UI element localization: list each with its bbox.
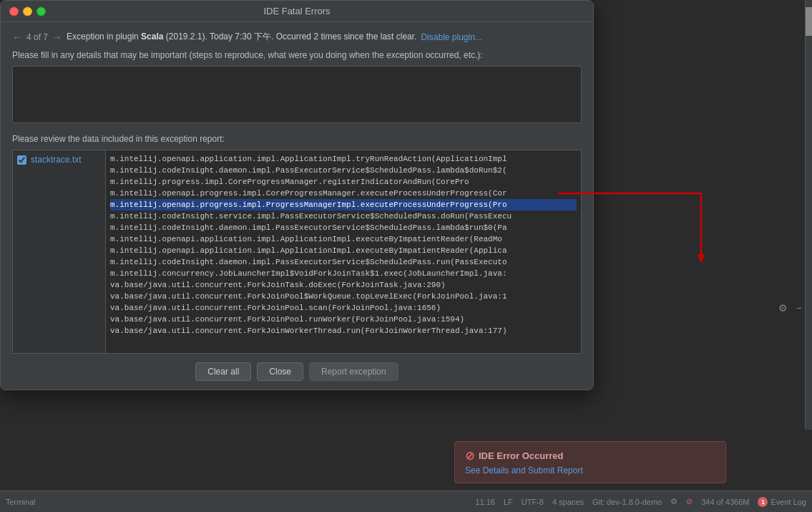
stacktrace-checkbox[interactable] <box>17 155 26 165</box>
stacktrace-line: va.base/java.util.concurrent.ForkJoinPoo… <box>110 291 577 302</box>
stacktrace-line: m.intellij.openapi.application.impl.Appl… <box>110 233 577 245</box>
error-icon: ⊘ <box>465 449 474 463</box>
event-log-label: Event Log <box>771 498 806 506</box>
report-exception-button[interactable]: Report exception <box>309 362 398 381</box>
scrollbar-thumb[interactable] <box>806 7 812 36</box>
stacktrace-line: m.intellij.openapi.application.impl.Appl… <box>110 245 577 256</box>
nav-description: Exception in plugin Scala (2019.2.1). To… <box>67 31 416 43</box>
ide-right-icons: ⚙ − <box>777 301 803 315</box>
stacktrace-line: m.intellij.codeInsight.daemon.impl.PassE… <box>110 256 577 268</box>
error-notification[interactable]: ⊘ IDE Error Occurred See Details and Sub… <box>454 441 726 483</box>
traffic-lights <box>9 6 46 16</box>
ide-fatal-errors-dialog: IDE Fatal Errors ← 4 of 7 → Exception in… <box>0 0 594 390</box>
stacktrace-line: va.base/java.util.concurrent.ForkJoinPoo… <box>110 302 577 314</box>
stacktrace-filename: stacktrace.txt <box>31 155 82 165</box>
event-log-status[interactable]: 1 Event Log <box>758 497 806 507</box>
stacktrace-line: va.base/java.util.concurrent.ForkJoinWor… <box>110 325 577 337</box>
gear-icon[interactable]: ⚙ <box>777 301 789 315</box>
clear-all-button[interactable]: Clear all <box>195 362 251 381</box>
close-dialog-button[interactable]: Close <box>257 362 303 381</box>
prev-arrow[interactable]: ← <box>12 32 22 43</box>
stacktrace-content[interactable]: m.intellij.openapi.application.impl.Appl… <box>105 150 582 354</box>
stacktrace-line: m.intellij.concurrency.JobLauncherImpl$V… <box>110 268 577 279</box>
stacktrace-checkbox-row: stacktrace.txt <box>17 155 101 165</box>
details-textarea[interactable] <box>12 66 582 123</box>
close-button[interactable] <box>9 6 19 16</box>
stacktrace-line: va.base/java.util.concurrent.ForkJoinTas… <box>110 279 577 291</box>
stacktrace-lines: m.intellij.openapi.application.impl.Appl… <box>110 153 577 350</box>
disable-plugin-link[interactable]: Disable plugin... <box>421 32 481 42</box>
maximize-button[interactable] <box>36 6 46 16</box>
minimize-button[interactable] <box>23 6 32 16</box>
error-notif-title: ⊘ IDE Error Occurred <box>465 449 715 463</box>
dialog-content: ← 4 of 7 → Exception in plugin Scala (20… <box>1 22 593 390</box>
bottom-left: Terminal <box>6 498 36 506</box>
indent-status[interactable]: 4 spaces <box>552 498 584 506</box>
section-label: Please review the data included in this … <box>12 134 582 144</box>
stacktrace-line: m.intellij.progress.impl.CoreProgressMan… <box>110 176 577 188</box>
stacktrace-line: m.intellij.codeInsight.daemon.impl.PassE… <box>110 222 577 233</box>
dialog-title: IDE Fatal Errors <box>263 6 330 16</box>
bottom-right: 11:16 LF UTF-8 4 spaces Git: dev-1.8.0-d… <box>475 497 806 507</box>
line-sep-status[interactable]: LF <box>504 498 513 506</box>
minus-icon[interactable]: − <box>795 301 803 315</box>
stacktrace-line: m.intellij.openapi.progress.impl.Progres… <box>110 199 577 211</box>
position-status[interactable]: 11:16 <box>475 498 495 506</box>
navigation-row: ← 4 of 7 → Exception in plugin Scala (20… <box>12 31 582 43</box>
stacktrace-line: m.intellij.codeInsight.daemon.impl.PassE… <box>110 165 577 176</box>
stacktrace-line: m.intellij.openapi.application.impl.Appl… <box>110 153 577 165</box>
stacktrace-line: m.intellij.codeInsight.service.impl.Pass… <box>110 211 577 222</box>
error-status-icon[interactable]: ⊘ <box>686 497 693 506</box>
event-log-badge: 1 <box>758 497 768 507</box>
nav-counter: 4 of 7 <box>26 32 48 42</box>
error-notif-heading: IDE Error Occurred <box>479 450 564 461</box>
terminal-label[interactable]: Terminal <box>6 498 36 506</box>
bottom-bar: Terminal 11:16 LF UTF-8 4 spaces Git: de… <box>0 491 812 512</box>
next-arrow[interactable]: → <box>52 32 62 43</box>
stacktrace-line: m.intellij.openapi.progress.impl.CorePro… <box>110 188 577 199</box>
git-status[interactable]: Git: dev-1.8.0-demo <box>592 498 662 506</box>
stacktrace-container: stacktrace.txt m.intellij.openapi.applic… <box>12 150 582 354</box>
buttons-row: Clear all Close Report exception <box>12 362 582 381</box>
dialog-titlebar: IDE Fatal Errors <box>1 1 593 22</box>
plugin-version: (2019.2.1). <box>166 32 207 42</box>
plugin-name: Scala <box>141 32 163 42</box>
encoding-status[interactable]: UTF-8 <box>522 498 544 506</box>
right-scrollbar[interactable] <box>805 0 812 430</box>
stacktrace-sidebar: stacktrace.txt <box>12 150 105 354</box>
details-label: Please fill in any details that may be i… <box>12 50 582 60</box>
stacktrace-line: va.base/java.util.concurrent.ForkJoinPoo… <box>110 314 577 325</box>
occurrence-text: Today 7:30 下午. Occurred 2 times since th… <box>210 32 416 42</box>
memory-status[interactable]: 344 of 4366M <box>701 498 749 506</box>
settings-icon[interactable]: ⚙ <box>670 497 678 506</box>
error-notif-link[interactable]: See Details and Submit Report <box>465 465 715 475</box>
